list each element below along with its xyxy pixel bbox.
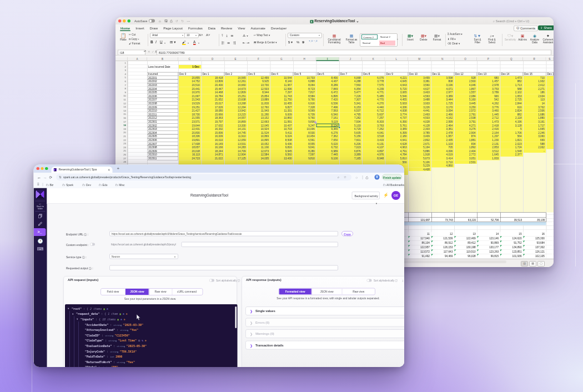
service-type-select[interactable]: Neuron▾ xyxy=(109,254,178,259)
custom-endpoint-toggle[interactable] xyxy=(90,243,95,246)
spark-logo-icon[interactable] xyxy=(36,190,44,199)
coherent-assistant-button[interactable]: ✦Coherent Assistant xyxy=(542,33,554,44)
row-header-12[interactable]: 12 xyxy=(123,102,126,105)
conditional-formatting-button[interactable]: ▦Conditional Formatting xyxy=(325,33,343,44)
fill-color-button[interactable]: 🖌 xyxy=(182,40,186,45)
format-painter-button[interactable]: 🖌 Format xyxy=(129,42,140,45)
paste-button[interactable]: 📋Paste xyxy=(119,33,128,41)
page-layout-view-icon[interactable]: ▦ xyxy=(529,261,536,267)
add-green-icon[interactable]: ▣ xyxy=(103,307,105,310)
autosum-button[interactable]: Σ AutoSum ▾ xyxy=(448,33,463,36)
column-header-M[interactable]: M xyxy=(408,57,431,62)
search-box[interactable]: ⌕ Search (Cmd + Ctrl + U) xyxy=(493,19,529,23)
menu-tab-review[interactable]: Review xyxy=(218,24,235,31)
bookmark-star-icon[interactable]: ☆ xyxy=(344,175,346,179)
requested-output-input[interactable] xyxy=(109,265,338,271)
tools-icon[interactable]: 🖉 xyxy=(34,222,47,227)
wrap-text-button[interactable]: ↩ Wrap Text ▾ xyxy=(254,34,270,37)
currency-button[interactable]: $ ▾ xyxy=(288,40,293,44)
format-cells-button[interactable]: ▦▾Format xyxy=(431,33,443,41)
menu-tab-draw[interactable]: Draw xyxy=(147,24,160,31)
column-header-B[interactable]: B xyxy=(147,57,178,62)
bookmark-folder-spark[interactable]: 🗀 Spark xyxy=(62,183,73,188)
screenshot-icon[interactable]: ⎙ xyxy=(366,175,369,180)
column-header-O[interactable]: O xyxy=(454,57,477,62)
column-header-F[interactable]: F xyxy=(247,57,270,62)
add-orange-icon[interactable]: ⊕ xyxy=(126,313,128,316)
back-icon[interactable]: ← xyxy=(37,175,42,180)
column-header-P[interactable]: P xyxy=(477,57,500,62)
menu-tab-data[interactable]: Data xyxy=(205,24,218,31)
json-key[interactable]: "root" xyxy=(72,307,82,310)
comments-button[interactable]: 🗨 Comments xyxy=(514,26,538,32)
column-header-Q[interactable]: Q xyxy=(500,57,523,62)
reload-icon[interactable]: ⟳ xyxy=(49,175,52,180)
enter-icon[interactable]: ✓ xyxy=(152,50,154,54)
menu-tab-formulas[interactable]: Formulas xyxy=(185,24,205,31)
json-value[interactable]: "2025-05-30" xyxy=(127,344,147,348)
add-ins-button[interactable]: ▣Add-ins xyxy=(517,33,527,41)
insert-button[interactable]: ▦▾Insert xyxy=(404,33,416,41)
add-green-icon[interactable]: ▣ xyxy=(119,313,121,316)
browser-minimize-button[interactable] xyxy=(41,167,43,170)
column-header-N[interactable]: N xyxy=(431,57,454,62)
font-color-button[interactable]: A xyxy=(193,40,195,45)
documentation-icon[interactable]: 🗍 xyxy=(34,214,47,219)
menu-tab-insert[interactable]: Insert xyxy=(133,24,147,31)
json-key[interactable]: "inputs" xyxy=(81,318,94,321)
cell-style-normal[interactable]: Normal xyxy=(361,41,378,46)
new-tab-button[interactable]: + xyxy=(117,166,120,171)
keyboard-icon[interactable]: ⌨ xyxy=(34,247,47,252)
collapse-arrow-icon[interactable]: ▼ xyxy=(72,311,73,317)
json-value[interactable]: "C123456" xyxy=(115,334,130,337)
add-blue-icon[interactable]: ⊕ xyxy=(120,318,122,321)
add-green-icon[interactable]: ▣ xyxy=(117,318,119,321)
row-header-4[interactable]: 4 xyxy=(125,72,126,76)
request-tab-curl-command[interactable]: cURL command xyxy=(172,289,201,295)
editor-scrollbar[interactable] xyxy=(235,306,237,328)
finish-update-chip[interactable]: Finish update xyxy=(382,174,402,180)
column-header-S[interactable]: S xyxy=(546,57,554,62)
cancel-icon[interactable]: ✕ xyxy=(148,50,150,54)
fill-button[interactable]: ⬇ Fill ▾ xyxy=(448,38,456,41)
name-box-stepper[interactable]: ▴▾ xyxy=(144,50,146,52)
all-bookmarks-button[interactable]: 🗀 All Bookmarks xyxy=(383,183,405,188)
response-tab-raw-view[interactable]: Raw view xyxy=(342,289,374,295)
copy-button[interactable]: Copy xyxy=(341,231,353,237)
edit-icon[interactable]: ✎ xyxy=(142,339,143,343)
json-value[interactable]: "Yes" xyxy=(130,328,138,331)
add-blue-icon[interactable]: ⊕ xyxy=(123,313,124,316)
page-break-view-icon[interactable]: ▢ xyxy=(537,261,545,267)
formula-value[interactable]: 8103.77009067789 xyxy=(157,50,551,56)
json-key[interactable]: "ReturnedToWork" xyxy=(85,360,112,364)
json-value[interactable]: 2000 xyxy=(115,355,122,358)
response-tab-formatted-view[interactable]: Formatted view xyxy=(279,289,312,295)
comma-button[interactable]: 𝟵 xyxy=(302,40,304,44)
browser-tab[interactable]: ReservingGuidanceTool | Spa✕ xyxy=(52,167,113,173)
bold-button[interactable]: B xyxy=(150,40,153,44)
json-key[interactable]: "EvaluationDate" xyxy=(85,344,112,348)
request-tab-json-view[interactable]: JSON view xyxy=(125,289,149,295)
bookmark-folder-biz[interactable]: 🗀 Biz xyxy=(46,183,54,188)
request-sort-toggle[interactable] xyxy=(209,279,214,282)
column-header-J[interactable]: J xyxy=(339,57,362,62)
json-key[interactable]: "State" xyxy=(85,366,97,367)
cell-style-bad[interactable]: Bad xyxy=(379,41,395,46)
underline-button[interactable]: U xyxy=(160,40,163,44)
json-key[interactable]: "ClaimID" xyxy=(85,334,100,337)
apps-grid-icon[interactable]: ⠿ xyxy=(37,183,39,187)
forward-icon[interactable]: → xyxy=(43,175,48,180)
row-header-7[interactable]: 7 xyxy=(125,83,126,87)
json-key[interactable]: "request_data" xyxy=(76,313,99,316)
column-header-G[interactable]: G xyxy=(270,57,293,62)
orientation-icon[interactable]: ⟁ ▾ xyxy=(243,33,248,37)
json-key[interactable]: "ClaimType" xyxy=(85,339,103,343)
background-activity-dropdown[interactable]: Background activity▼ xyxy=(352,192,380,199)
menu-tab-automate[interactable]: Automate xyxy=(248,24,269,31)
shrink-font-button[interactable]: A˅ xyxy=(206,33,210,37)
column-header-I[interactable]: I xyxy=(316,57,339,62)
styles-scroll-arrow[interactable]: › xyxy=(397,37,398,41)
json-editor[interactable]: ▼"root" : { 2 items ▣ ⊕▼"request_data" :… xyxy=(65,304,237,367)
site-info-icon[interactable]: ⇅ xyxy=(59,175,62,179)
copy-button[interactable]: ⧉ Copy ▾ xyxy=(129,38,139,41)
